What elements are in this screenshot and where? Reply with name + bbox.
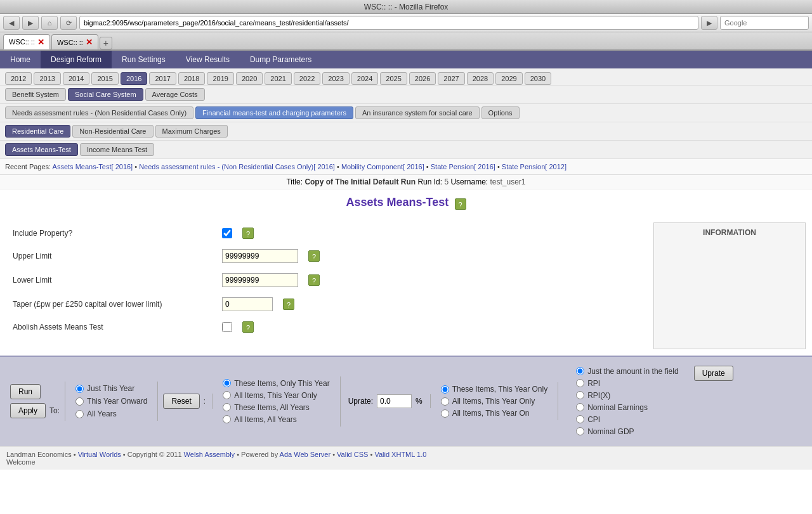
nav-run-settings[interactable]: Run Settings bbox=[112, 51, 176, 68]
subnav3-maximum-charges[interactable]: Maximum Charges bbox=[155, 125, 228, 138]
year-tab-2026[interactable]: 2026 bbox=[409, 72, 436, 85]
year-tab-2013[interactable]: 2013 bbox=[34, 72, 60, 85]
radio-all-items-year-only-2-input[interactable] bbox=[441, 397, 449, 406]
subnav1-benefit-system[interactable]: Benefit System bbox=[5, 88, 66, 101]
radio-nominal-gdp-input[interactable] bbox=[576, 427, 584, 435]
radio-rpix-input[interactable] bbox=[576, 391, 584, 399]
radio-items-this-year-only[interactable]: These Items, This Year Only bbox=[441, 385, 548, 394]
abolish-checkbox[interactable] bbox=[222, 322, 232, 332]
upper-limit-help-icon[interactable]: ? bbox=[308, 250, 320, 262]
back-button[interactable]: ◀ bbox=[3, 16, 20, 30]
year-tab-2018[interactable]: 2018 bbox=[178, 72, 205, 85]
refresh-button[interactable]: ⟳ bbox=[60, 16, 77, 30]
tab-2-close-icon[interactable]: ✕ bbox=[86, 37, 93, 47]
radio-nominal-earnings[interactable]: Nominal Earnings bbox=[576, 403, 678, 412]
include-property-checkbox[interactable] bbox=[222, 228, 232, 238]
forward-button[interactable]: ▶ bbox=[22, 16, 39, 30]
radio-all-items-year[interactable]: All Items, This Year Only bbox=[223, 391, 330, 400]
radio-all-items-this-year-on-input[interactable] bbox=[441, 409, 449, 418]
year-tab-2024[interactable]: 2024 bbox=[351, 72, 378, 85]
radio-items-all-years-input[interactable] bbox=[223, 403, 231, 411]
radio-this-year-onward-input[interactable] bbox=[75, 397, 84, 406]
valid-css-link[interactable]: Valid CSS bbox=[337, 451, 368, 458]
subnav4-income-means-test[interactable]: Income Means Test bbox=[80, 143, 154, 156]
radio-all-items-all-years-input[interactable] bbox=[223, 415, 231, 423]
radio-all-items-all-years[interactable]: All Items, All Years bbox=[223, 415, 330, 424]
radio-rpi-input[interactable] bbox=[576, 379, 584, 387]
nav-design-reform[interactable]: Design Reform bbox=[41, 51, 112, 68]
radio-this-year-onward[interactable]: This Year Onward bbox=[75, 397, 147, 406]
lower-limit-help-icon[interactable]: ? bbox=[308, 274, 320, 286]
radio-just-amount-input[interactable] bbox=[576, 367, 584, 375]
radio-rpi[interactable]: RPI bbox=[576, 379, 678, 388]
subnav3-residential-care[interactable]: Residential Care bbox=[5, 125, 70, 138]
year-tab-2014[interactable]: 2014 bbox=[63, 72, 89, 85]
year-tab-2015[interactable]: 2015 bbox=[91, 72, 118, 85]
subnav1-average-costs[interactable]: Average Costs bbox=[145, 88, 205, 101]
radio-all-years-input[interactable] bbox=[75, 410, 84, 418]
subnav3-non-residential-care[interactable]: Non-Residential Care bbox=[72, 125, 153, 138]
radio-all-items-year-only-2[interactable]: All Items, This Year Only bbox=[441, 397, 548, 406]
radio-all-years[interactable]: All Years bbox=[75, 409, 147, 418]
radio-all-items-this-year-on[interactable]: All Items, This Year On bbox=[441, 409, 548, 418]
abolish-help-icon[interactable]: ? bbox=[242, 321, 254, 333]
browser-tab-2[interactable]: WSC:: :: ✕ bbox=[51, 34, 98, 49]
recent-page-needs[interactable]: Needs assessment rules - (Non Residentia… bbox=[139, 163, 335, 170]
taper-help-icon[interactable]: ? bbox=[283, 299, 294, 310]
radio-items-this-year-only-input[interactable] bbox=[441, 385, 449, 394]
uprate-button[interactable]: Uprate bbox=[694, 366, 733, 381]
ada-server-link[interactable]: Ada Web Server bbox=[280, 451, 331, 458]
page-help-icon[interactable]: ? bbox=[455, 198, 466, 210]
radio-items-only-year-input[interactable] bbox=[223, 379, 231, 387]
new-tab-button[interactable]: + bbox=[100, 37, 112, 49]
include-property-help-icon[interactable]: ? bbox=[242, 228, 254, 239]
apply-button[interactable]: Apply bbox=[10, 403, 46, 418]
year-tab-2017[interactable]: 2017 bbox=[149, 72, 176, 85]
radio-just-this-year-input[interactable] bbox=[75, 385, 84, 393]
radio-cpi[interactable]: CPI bbox=[576, 415, 678, 424]
subnav1-social-care-system[interactable]: Social Care System bbox=[68, 88, 143, 101]
radio-cpi-input[interactable] bbox=[576, 415, 584, 423]
tab-1-close-icon[interactable]: ✕ bbox=[37, 37, 44, 47]
nav-home[interactable]: Home bbox=[0, 51, 41, 68]
recent-page-mobility[interactable]: Mobility Component[ 2016] bbox=[341, 163, 424, 170]
year-tab-2016[interactable]: 2016 bbox=[121, 72, 147, 85]
go-button[interactable]: ▶ bbox=[701, 16, 717, 30]
nav-dump-parameters[interactable]: Dump Parameters bbox=[240, 51, 322, 68]
taper-input[interactable] bbox=[222, 297, 273, 311]
radio-just-amount[interactable]: Just the amount in the field bbox=[576, 367, 678, 376]
nav-view-results[interactable]: View Results bbox=[176, 51, 240, 68]
radio-just-this-year[interactable]: Just This Year bbox=[75, 384, 147, 393]
year-tab-2023[interactable]: 2023 bbox=[322, 72, 349, 85]
recent-page-state-pension-2012[interactable]: State Pension[ 2012] bbox=[502, 163, 566, 170]
year-tab-2021[interactable]: 2021 bbox=[265, 72, 291, 85]
valid-xhtml-link[interactable]: Valid XHTML 1.0 bbox=[374, 451, 426, 458]
uprate-input[interactable] bbox=[377, 394, 412, 408]
home-button[interactable]: ⌂ bbox=[41, 16, 58, 30]
run-button[interactable]: Run bbox=[10, 384, 41, 399]
address-bar[interactable] bbox=[79, 16, 698, 30]
radio-nominal-gdp[interactable]: Nominal GDP bbox=[576, 427, 678, 436]
year-tab-2028[interactable]: 2028 bbox=[467, 72, 494, 85]
radio-all-items-year-input[interactable] bbox=[223, 391, 231, 399]
radio-nominal-earnings-input[interactable] bbox=[576, 403, 584, 411]
recent-page-state-pension-2016[interactable]: State Pension[ 2016] bbox=[431, 163, 495, 170]
welsh-assembly-link[interactable]: Welsh Assembly bbox=[184, 451, 235, 458]
subnav2-needs-assessment[interactable]: Needs assessment rules - (Non Residentia… bbox=[5, 106, 193, 119]
year-tab-2027[interactable]: 2027 bbox=[438, 72, 464, 85]
virtual-worlds-link[interactable]: Virtual Worlds bbox=[78, 451, 121, 458]
year-tab-2020[interactable]: 2020 bbox=[236, 72, 263, 85]
browser-tab-1[interactable]: WSC:: :: ✕ bbox=[3, 34, 50, 49]
year-tab-2019[interactable]: 2019 bbox=[207, 72, 233, 85]
reset-button[interactable]: Reset bbox=[163, 394, 199, 409]
radio-items-all-years[interactable]: These Items, All Years bbox=[223, 403, 330, 412]
subnav2-insurance-system[interactable]: An insurance system for social care bbox=[355, 106, 480, 119]
subnav4-assets-means-test[interactable]: Assets Means-Test bbox=[5, 143, 78, 156]
recent-page-assets[interactable]: Assets Means-Test[ 2016] bbox=[53, 163, 133, 170]
radio-items-only-year[interactable]: These Items, Only This Year bbox=[223, 379, 330, 388]
year-tab-2030[interactable]: 2030 bbox=[525, 72, 551, 85]
year-tab-2022[interactable]: 2022 bbox=[294, 72, 320, 85]
radio-rpix[interactable]: RPI(X) bbox=[576, 391, 678, 400]
lower-limit-input[interactable] bbox=[222, 273, 298, 287]
year-tab-2029[interactable]: 2029 bbox=[495, 72, 522, 85]
